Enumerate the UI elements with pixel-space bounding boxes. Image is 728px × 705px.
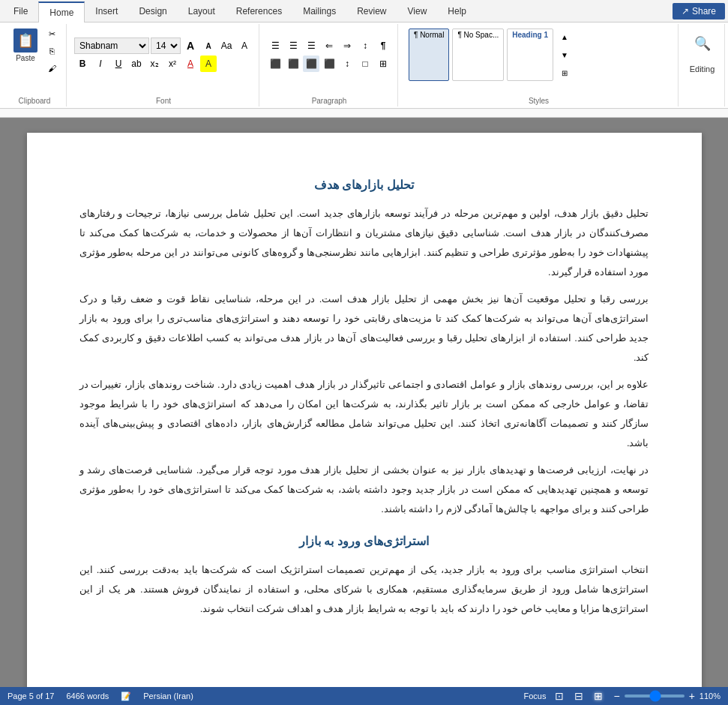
paste-label: Paste <box>16 54 35 62</box>
ruler <box>0 109 728 118</box>
style-no-space[interactable]: ¶ No Spac... <box>452 28 504 81</box>
share-button[interactable]: ↗ Share <box>673 3 725 20</box>
superscript-button[interactable]: x² <box>164 56 181 72</box>
read-mode-icon[interactable]: ⊞ <box>592 690 604 702</box>
paragraph-3[interactable]: علاوه بر این، بررسی روندهای بازار و عوام… <box>79 375 649 453</box>
editing-group: 🔍 Editing <box>680 24 725 106</box>
paragraph-5[interactable]: انتخاب استراتژی مناسب برای ورود به بازار… <box>79 560 649 619</box>
section-title-2: استراتژی‌های ورود به بازار <box>79 534 649 548</box>
line-spacing-button[interactable]: ↕ <box>339 56 355 72</box>
tab-file[interactable]: File <box>3 2 38 21</box>
tab-insert[interactable]: Insert <box>85 2 128 21</box>
zoom-in-button[interactable]: + <box>688 690 697 702</box>
language[interactable]: Persian (Iran) <box>143 692 193 700</box>
clipboard-group: 📋 Paste ✂ ⎘ 🖌 Clipboard <box>3 24 67 106</box>
section-title-1: تحلیل بازارهای هدف <box>79 178 649 192</box>
format-painter-button[interactable]: 🖌 <box>43 60 60 76</box>
underline-button[interactable]: U <box>110 56 127 72</box>
font-name-select[interactable]: Shabnam <box>74 38 149 54</box>
tab-mailings[interactable]: Mailings <box>292 2 346 21</box>
tab-view[interactable]: View <box>397 2 438 21</box>
clipboard-small-buttons: ✂ ⎘ 🖌 <box>43 26 60 76</box>
styles-expand[interactable]: ⊞ <box>556 64 573 81</box>
align-right-button[interactable]: ⬛ <box>303 56 319 72</box>
status-bar: Page 5 of 17 6466 words 📝 Persian (Iran)… <box>0 687 728 705</box>
paste-icon: 📋 <box>13 28 37 52</box>
bold-button[interactable]: B <box>74 56 91 72</box>
font-label: Font <box>68 97 259 105</box>
find-button[interactable]: 🔍 <box>688 28 718 58</box>
editing-label: Editing <box>690 64 715 74</box>
zoom-controls: − + 110% <box>612 690 721 702</box>
tab-bar: File Home Insert Design Layout Reference… <box>0 0 728 22</box>
font-color-button[interactable]: A <box>182 56 199 72</box>
change-case-button[interactable]: Aa <box>218 38 235 54</box>
tab-help[interactable]: Help <box>437 2 477 21</box>
multilevel-button[interactable]: ☰ <box>303 38 319 54</box>
font-grow-button[interactable]: A <box>182 38 199 54</box>
ribbon: 📋 Paste ✂ ⎘ 🖌 Clipboard Shabnam <box>0 22 728 109</box>
cut-button[interactable]: ✂ <box>43 26 60 42</box>
numbering-button[interactable]: ☰ <box>285 38 301 54</box>
styles-label: Styles <box>400 97 678 105</box>
subscript-button[interactable]: x₂ <box>146 56 163 72</box>
paragraph-controls: ☰ ☰ ☰ ⇐ ⇒ ↕ ¶ ⬛ ⬛ ⬛ ⬛ ↕ □ <box>267 38 391 82</box>
tab-review[interactable]: Review <box>346 2 397 21</box>
proofing-icon[interactable]: 📝 <box>121 692 131 701</box>
share-icon: ↗ <box>682 6 689 16</box>
italic-button[interactable]: I <box>92 56 109 72</box>
tab-layout[interactable]: Layout <box>178 2 226 21</box>
style-normal[interactable]: ¶ Normal <box>409 28 449 81</box>
font-size-select[interactable]: 14 <box>151 38 181 54</box>
app-window: File Home Insert Design Layout Reference… <box>0 0 728 705</box>
sort-button[interactable]: ↕ <box>357 38 373 54</box>
clipboard-label: Clipboard <box>3 97 66 105</box>
font-group: Shabnam 14 A A Aa A B I U ab <box>68 24 259 106</box>
borders-button[interactable]: ⊞ <box>375 56 391 72</box>
zoom-slider[interactable] <box>625 694 685 698</box>
zoom-out-button[interactable]: − <box>612 690 621 702</box>
justify-button[interactable]: ⬛ <box>321 56 337 72</box>
tab-references[interactable]: References <box>226 2 292 21</box>
increase-indent-button[interactable]: ⇒ <box>339 38 355 54</box>
status-right: Focus ⊡ ⊟ ⊞ − + 110% <box>524 690 721 702</box>
zoom-level: 110% <box>700 692 721 700</box>
center-button[interactable]: ⬛ <box>285 56 301 72</box>
bullets-button[interactable]: ☰ <box>267 38 283 54</box>
styles-group: ¶ Normal ¶ No Spac... Heading 1 ▲ ▼ ⊞ St… <box>400 24 679 106</box>
page-info: Page 5 of 17 <box>7 692 54 700</box>
word-count: 6466 words <box>66 692 109 700</box>
web-layout-icon[interactable]: ⊟ <box>573 690 585 702</box>
styles-scroll-down[interactable]: ▼ <box>556 46 573 63</box>
tab-design[interactable]: Design <box>128 2 177 21</box>
styles-scroll: ▲ ▼ ⊞ <box>556 28 573 81</box>
copy-button[interactable]: ⎘ <box>43 43 60 59</box>
styles-scroll-up[interactable]: ▲ <box>556 28 573 45</box>
font-shrink-button[interactable]: A <box>200 38 217 54</box>
styles-gallery: ¶ Normal ¶ No Spac... Heading 1 ▲ ▼ ⊞ <box>406 26 576 94</box>
style-heading1[interactable]: Heading 1 <box>507 28 553 81</box>
print-layout-icon[interactable]: ⊡ <box>553 690 565 702</box>
align-left-button[interactable]: ⬛ <box>267 56 283 72</box>
document-area[interactable]: تحلیل بازارهای هدف تحلیل دقیق بازار هدف،… <box>0 118 728 687</box>
paragraph-group: ☰ ☰ ☰ ⇐ ⇒ ↕ ¶ ⬛ ⬛ ⬛ ⬛ ↕ □ <box>261 24 398 106</box>
paste-button[interactable]: 📋 Paste <box>9 26 42 65</box>
clear-formatting-button[interactable]: A <box>236 38 253 54</box>
strikethrough-button[interactable]: ab <box>128 56 145 72</box>
paragraph-2[interactable]: بررسی رقبا و تحلیل موقعیت آن‌ها نیز بخش … <box>79 290 649 368</box>
focus-button[interactable]: Focus <box>524 692 547 700</box>
decrease-indent-button[interactable]: ⇐ <box>321 38 337 54</box>
show-marks-button[interactable]: ¶ <box>375 38 391 54</box>
paragraph-1[interactable]: تحلیل دقیق بازار هدف، اولین و مهم‌ترین م… <box>79 204 649 282</box>
font-controls: Shabnam 14 A A Aa A B I U ab <box>74 38 253 82</box>
paragraph-label: Paragraph <box>261 97 397 105</box>
tab-home[interactable]: Home <box>38 2 85 22</box>
paragraph-4[interactable]: در نهایت، ارزیابی فرصت‌ها و تهدیدهای باز… <box>79 460 649 519</box>
shading-button[interactable]: □ <box>357 56 373 72</box>
document-page: تحلیل بازارهای هدف تحلیل دقیق بازار هدف،… <box>27 133 702 687</box>
highlight-color-button[interactable]: A <box>200 56 217 72</box>
